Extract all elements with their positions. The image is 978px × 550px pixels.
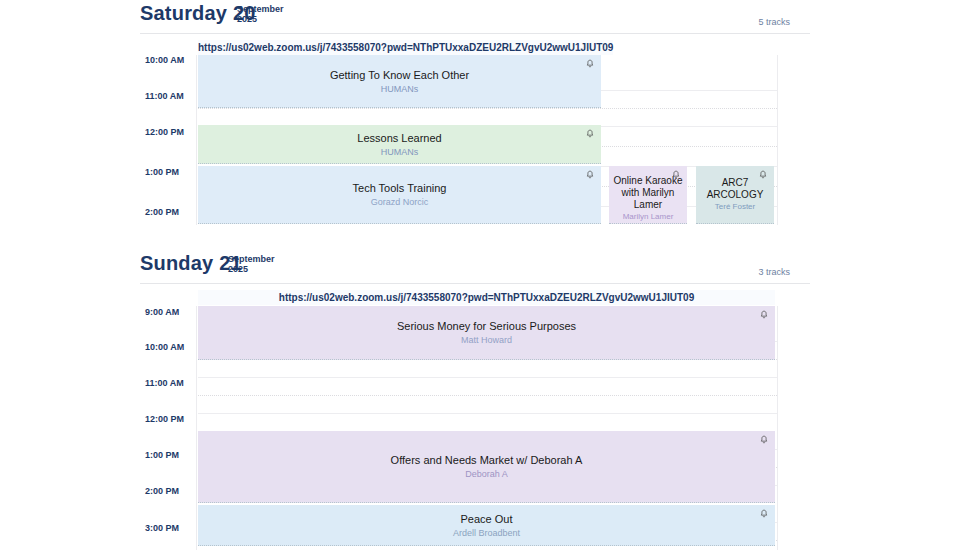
event-presenter[interactable]: Deborah A xyxy=(465,469,508,479)
grid-left-border xyxy=(196,306,197,550)
event-title: Offers and Needs Market w/ Deborah A xyxy=(391,454,583,467)
notification-bell-icon[interactable] xyxy=(759,309,769,320)
time-label: 12:00 PM xyxy=(145,414,184,424)
time-label: 11:00 AM xyxy=(145,91,184,101)
grid-left-border xyxy=(196,55,197,225)
date-subtitle: September 2025 xyxy=(237,4,284,24)
half-hour-gridline xyxy=(198,108,777,109)
event-title: Peace Out xyxy=(461,513,513,526)
day-title: Sunday 21 xyxy=(140,252,242,275)
notification-bell-icon[interactable] xyxy=(671,169,681,180)
notification-bell-icon[interactable] xyxy=(759,508,769,519)
zoom-link[interactable]: https://us02web.zoom.us/j/7433558070?pwd… xyxy=(198,40,613,55)
half-hour-gridline xyxy=(198,395,777,396)
event-title: Lessons Learned xyxy=(357,132,441,145)
event-title: Online Karaoke with Marilyn Lamer xyxy=(609,175,687,211)
event-title: Tech Tools Training xyxy=(353,182,447,195)
event-presenter[interactable]: HUMANs xyxy=(381,84,419,94)
time-label: 2:00 PM xyxy=(145,207,179,217)
hour-gridline xyxy=(198,413,777,414)
time-label: 1:00 PM xyxy=(145,450,179,460)
event-title: Getting To Know Each Other xyxy=(330,69,469,82)
hour-gridline xyxy=(198,377,777,378)
event-presenter[interactable]: HUMANs xyxy=(381,147,419,157)
zoom-link[interactable]: https://us02web.zoom.us/j/7433558070?pwd… xyxy=(198,290,775,305)
time-label: 10:00 AM xyxy=(145,342,184,352)
notification-bell-icon[interactable] xyxy=(758,169,768,180)
event-block[interactable]: ARC7 ARCOLOGY Teré Foster xyxy=(696,166,774,224)
time-label: 10:00 AM xyxy=(145,55,184,65)
event-block[interactable]: Serious Money for Serious Purposes Matt … xyxy=(198,306,775,360)
date-subtitle: September 2025 xyxy=(228,254,275,274)
event-presenter[interactable]: Matt Howard xyxy=(461,335,512,345)
date-month: September xyxy=(237,4,284,14)
date-year: 2025 xyxy=(237,14,284,24)
time-label: 11:00 AM xyxy=(145,378,184,388)
event-presenter[interactable]: Teré Foster xyxy=(715,202,755,212)
section-divider xyxy=(140,33,810,34)
date-month: September xyxy=(228,254,275,264)
event-block[interactable]: Offers and Needs Market w/ Deborah A Deb… xyxy=(198,431,775,503)
grid-right-border xyxy=(777,306,778,550)
event-block[interactable]: Tech Tools Training Gorazd Norcic xyxy=(198,166,601,224)
time-label: 3:00 PM xyxy=(145,523,179,533)
tracks-count: 3 tracks xyxy=(700,267,790,277)
time-label: 2:00 PM xyxy=(145,486,179,496)
date-year: 2025 xyxy=(228,264,275,274)
event-block[interactable]: Lessons Learned HUMANs xyxy=(198,125,601,164)
notification-bell-icon[interactable] xyxy=(585,169,595,180)
grid-right-border xyxy=(777,55,778,225)
section-divider xyxy=(140,283,810,284)
day-section-saturday: Saturday 20 September 2025 5 tracks http… xyxy=(0,0,978,250)
event-block[interactable]: Peace Out Ardell Broadbent xyxy=(198,505,775,546)
time-label: 1:00 PM xyxy=(145,167,179,177)
event-presenter[interactable]: Ardell Broadbent xyxy=(453,528,520,538)
tracks-count: 5 tracks xyxy=(700,17,790,27)
time-label: 12:00 PM xyxy=(145,127,184,137)
event-title: ARC7 ARCOLOGY xyxy=(696,177,774,201)
event-presenter[interactable]: Gorazd Norcic xyxy=(371,197,429,207)
event-title: Serious Money for Serious Purposes xyxy=(397,320,576,333)
event-block[interactable]: Online Karaoke with Marilyn Lamer Marily… xyxy=(609,166,687,224)
notification-bell-icon[interactable] xyxy=(585,128,595,139)
event-block[interactable]: Getting To Know Each Other HUMANs xyxy=(198,55,601,108)
day-section-sunday: Sunday 21 September 2025 3 tracks https:… xyxy=(0,250,978,550)
notification-bell-icon[interactable] xyxy=(759,434,769,445)
time-label: 9:00 AM xyxy=(145,307,179,317)
notification-bell-icon[interactable] xyxy=(585,58,595,69)
event-presenter[interactable]: Marilyn Lamer xyxy=(623,212,674,222)
